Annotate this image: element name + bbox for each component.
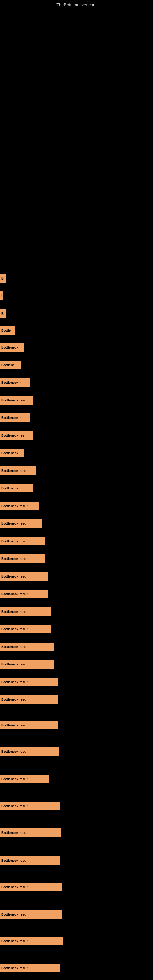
bottleneck-bar-24: Bottleneck result	[0, 695, 57, 704]
site-title: TheBottlenecker.com	[56, 2, 97, 7]
bottleneck-bar-15: Bottleneck result	[0, 537, 45, 546]
bottleneck-bar-32: Bottleneck result	[0, 910, 62, 919]
bottleneck-bar-8: Bottleneck r	[0, 414, 30, 422]
bottleneck-bar-16: Bottleneck result	[0, 554, 45, 563]
bottleneck-bar-34: Bottleneck result	[0, 964, 60, 972]
bottleneck-bar-13: Bottleneck result	[0, 502, 39, 510]
bottleneck-bar-17: Bottleneck result	[0, 572, 48, 581]
bottleneck-bar-33: Bottleneck result	[0, 937, 63, 945]
bottleneck-bar-27: Bottleneck result	[0, 775, 49, 783]
bottleneck-bar-21: Bottleneck result	[0, 643, 54, 651]
bottleneck-bar-20: Bottleneck result	[0, 625, 51, 633]
bottleneck-bar-31: Bottleneck result	[0, 883, 62, 891]
bottleneck-bar-18: Bottleneck result	[0, 590, 48, 598]
bottleneck-bar-29: Bottleneck result	[0, 829, 61, 837]
bottleneck-bar-23: Bottleneck result	[0, 678, 57, 686]
bottleneck-bar-4: Bottleneck	[0, 343, 24, 352]
bottleneck-bar-6: Bottleneck r	[0, 378, 30, 387]
bottleneck-bar-28: Bottleneck result	[0, 802, 60, 810]
bottleneck-bar-12: Bottleneck re	[0, 484, 33, 492]
bottleneck-bar-19: Bottleneck result	[0, 607, 51, 616]
bottleneck-bar-25: Bottleneck result	[0, 721, 58, 730]
bottleneck-bar-26: Bottleneck result	[0, 747, 59, 756]
bottleneck-bar-5: Bottlene	[0, 361, 21, 369]
bottleneck-bar-9: Bottleneck res	[0, 431, 33, 440]
bottleneck-bar-2: B	[0, 309, 5, 318]
bottleneck-bar-7: Bottleneck resu	[0, 396, 33, 404]
bottleneck-bar-1: |	[0, 291, 3, 299]
bottleneck-bar-22: Bottleneck result	[0, 660, 54, 668]
bottleneck-bar-11: Bottleneck result	[0, 466, 36, 475]
bottleneck-bar-30: Bottleneck result	[0, 856, 60, 865]
bottleneck-bar-14: Bottleneck result	[0, 519, 42, 528]
bottleneck-bar-3: Bottle	[0, 326, 15, 335]
bottleneck-bar-0: B	[0, 274, 5, 283]
bottleneck-bar-10: Bottleneck	[0, 449, 24, 457]
